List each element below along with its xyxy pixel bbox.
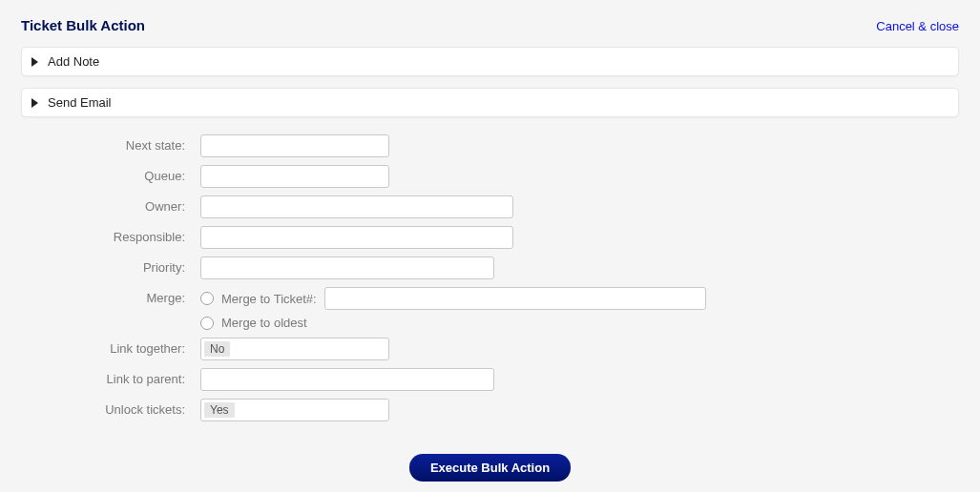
cancel-close-link[interactable]: Cancel & close [876, 19, 959, 33]
add-note-label: Add Note [48, 54, 99, 69]
priority-input[interactable] [200, 256, 494, 279]
link-together-value: No [204, 341, 230, 357]
send-email-label: Send Email [48, 95, 111, 110]
merge-oldest-label: Merge to oldest [221, 316, 307, 330]
link-parent-input[interactable] [200, 368, 494, 391]
send-email-panel: Send Email [21, 88, 959, 117]
merge-ticket-radio[interactable] [200, 292, 214, 305]
add-note-panel: Add Note [21, 47, 959, 76]
link-parent-label: Link to parent: [19, 368, 200, 386]
owner-label: Owner: [19, 195, 200, 214]
execute-bulk-action-button[interactable]: Execute Bulk Action [409, 454, 571, 482]
link-together-select[interactable]: No [200, 338, 389, 360]
priority-label: Priority: [19, 256, 200, 275]
bulk-action-form: Next state: Queue: Owner: Responsible: P [19, 134, 961, 482]
queue-input[interactable] [200, 165, 389, 188]
unlock-select[interactable]: Yes [200, 399, 389, 421]
owner-input[interactable] [200, 195, 513, 218]
merge-ticket-number-input[interactable] [324, 287, 706, 310]
page-title: Ticket Bulk Action [21, 17, 145, 33]
unlock-value: Yes [204, 402, 235, 418]
add-note-header[interactable]: Add Note [22, 48, 958, 75]
next-state-label: Next state: [19, 134, 200, 153]
merge-oldest-radio[interactable] [200, 317, 214, 330]
page-header: Ticket Bulk Action Cancel & close [19, 17, 961, 33]
unlock-label: Unlock tickets: [19, 399, 200, 417]
send-email-header[interactable]: Send Email [22, 89, 958, 116]
link-together-label: Link together: [19, 338, 200, 356]
expand-icon [31, 57, 38, 67]
merge-ticket-label: Merge to Ticket#: [221, 292, 317, 306]
responsible-input[interactable] [200, 226, 513, 249]
queue-label: Queue: [19, 165, 200, 183]
next-state-input[interactable] [200, 134, 389, 157]
merge-label: Merge: [19, 287, 200, 305]
responsible-label: Responsible: [19, 226, 200, 244]
expand-icon [31, 98, 38, 108]
